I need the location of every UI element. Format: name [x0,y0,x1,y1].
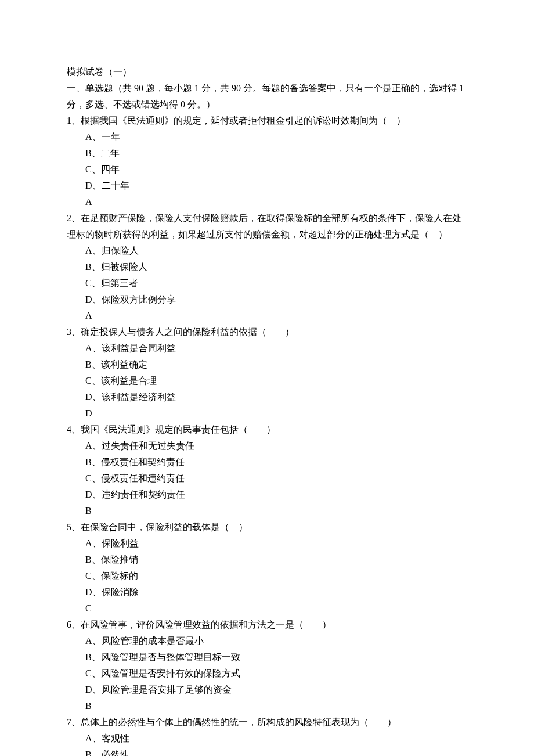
question: 1、根据我国《民法通则》的规定，延付或者拒付租金引起的诉讼时效期间为（ ）A、一… [67,113,467,210]
question-options: A、客观性B、必然性 [67,730,467,756]
question-option: B、必然性 [85,747,467,756]
exam-title: 模拟试卷（一） [67,64,467,80]
question-stem: 4、我国《民法通则》规定的民事责任包括（ ） [67,422,467,438]
question-option: D、保险双方比例分享 [85,291,467,308]
question-option: B、保险推销 [85,552,467,568]
question-option: D、二十年 [85,178,467,194]
question-option: B、侵权责任和契约责任 [85,454,467,470]
question-option: D、该利益是经济利益 [85,389,467,405]
question-stem: 6、在风险管事，评价风险管理效益的依据和方法之一是（ ） [67,617,467,633]
question-options: A、过失责任和无过失责任B、侵权责任和契约责任C、侵权责任和违约责任D、违约责任… [67,438,467,503]
question-answer: C [67,600,467,617]
question-option: C、归第三者 [85,275,467,291]
question-stem: 2、在足额财产保险，保险人支付保险赔款后，在取得保险标的全部所有权的条件下，保险… [67,210,467,243]
question-option: D、保险消除 [85,584,467,600]
question-option: A、归保险人 [85,243,467,259]
question-option: C、风险管理是否安排有效的保险方式 [85,665,467,682]
question-option: B、该利益确定 [85,357,467,373]
question: 5、在保险合同中，保险利益的载体是（ ）A、保险利益B、保险推销C、保险标的D、… [67,519,467,617]
question-option: B、风险管理是否与整体管理目标一致 [85,649,467,665]
question: 4、我国《民法通则》规定的民事责任包括（ ）A、过失责任和无过失责任B、侵权责任… [67,422,467,519]
question-option: A、保险利益 [85,535,467,552]
question-option: C、侵权责任和违约责任 [85,470,467,487]
question-option: C、四年 [85,161,467,178]
question-option: A、客观性 [85,730,467,747]
questions-container: 1、根据我国《民法通则》的规定，延付或者拒付租金引起的诉讼时效期间为（ ）A、一… [67,113,467,756]
question-option: B、二年 [85,145,467,161]
question-option: A、过失责任和无过失责任 [85,438,467,454]
question-stem: 3、确定投保人与债务人之间的保险利益的依据（ ） [67,324,467,340]
question-answer: A [67,308,467,324]
question-answer: B [67,698,467,714]
section-intro: 一、单选题（共 90 题，每小题 1 分，共 90 分。每题的备选答案中，只有一… [67,80,467,113]
question-options: A、归保险人B、归被保险人C、归第三者D、保险双方比例分享 [67,243,467,308]
question-stem: 1、根据我国《民法通则》的规定，延付或者拒付租金引起的诉讼时效期间为（ ） [67,113,467,129]
question-option: C、该利益是合理 [85,373,467,389]
question-options: A、风险管理的成本是否最小B、风险管理是否与整体管理目标一致C、风险管理是否安排… [67,633,467,698]
question-option: B、归被保险人 [85,259,467,275]
question-answer: D [67,405,467,422]
question-option: A、一年 [85,129,467,145]
question-options: A、一年B、二年C、四年D、二十年 [67,129,467,194]
question-stem: 5、在保险合同中，保险利益的载体是（ ） [67,519,467,535]
question: 2、在足额财产保险，保险人支付保险赔款后，在取得保险标的全部所有权的条件下，保险… [67,210,467,324]
question: 3、确定投保人与债务人之间的保险利益的依据（ ）A、该利益是合同利益B、该利益确… [67,324,467,422]
question: 6、在风险管事，评价风险管理效益的依据和方法之一是（ ）A、风险管理的成本是否最… [67,617,467,714]
question-stem: 7、总体上的必然性与个体上的偶然性的统一，所构成的风险特征表现为（ ） [67,714,467,730]
question-option: C、保险标的 [85,568,467,584]
question-answer: A [67,194,467,210]
question-option: A、该利益是合同利益 [85,340,467,357]
question-option: A、风险管理的成本是否最小 [85,633,467,649]
question-answer: B [67,503,467,519]
question-option: D、违约责任和契约责任 [85,487,467,503]
question-option: D、风险管理是否安排了足够的资金 [85,682,467,698]
question-options: A、该利益是合同利益B、该利益确定C、该利益是合理D、该利益是经济利益 [67,340,467,405]
question: 7、总体上的必然性与个体上的偶然性的统一，所构成的风险特征表现为（ ）A、客观性… [67,714,467,756]
question-options: A、保险利益B、保险推销C、保险标的D、保险消除 [67,535,467,600]
